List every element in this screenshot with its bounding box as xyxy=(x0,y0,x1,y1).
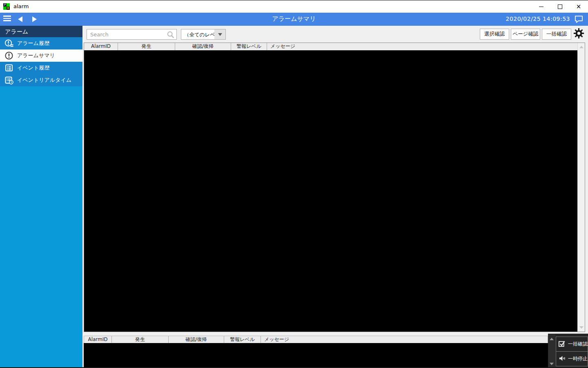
scroll-down-icon[interactable] xyxy=(579,326,584,329)
close-button[interactable]: × xyxy=(569,0,588,13)
chevron-down-icon xyxy=(218,33,222,36)
settings-button[interactable] xyxy=(572,28,585,40)
column-header-message[interactable]: メッセージ xyxy=(261,336,548,343)
chat-bubble-icon[interactable] xyxy=(575,15,583,25)
app-icon-quadrant xyxy=(7,3,10,7)
sidebar-item-label: イベントリアルタイム xyxy=(17,76,71,84)
maximize-icon xyxy=(558,4,562,9)
search-box xyxy=(87,29,177,40)
column-header-level[interactable]: 警報レベル xyxy=(231,43,267,50)
page-title: アラームサマリ xyxy=(0,15,588,23)
column-header-message[interactable]: メッセージ xyxy=(267,43,577,50)
title-bar: P B alarm × xyxy=(0,0,588,13)
column-header-occurred[interactable]: 発生 xyxy=(112,336,169,343)
pause-button[interactable]: 一時停止 xyxy=(556,351,588,366)
sidebar-item-label: アラーム履歴 xyxy=(17,40,49,47)
column-header-level[interactable]: 警報レベル xyxy=(224,336,261,343)
minimize-icon xyxy=(539,7,543,7)
column-header-ack-restore[interactable]: 確認/復帰 xyxy=(175,43,231,50)
speaker-icon xyxy=(558,355,566,364)
minimize-button[interactable] xyxy=(532,0,550,13)
confirm-all-button[interactable]: 一括確認 xyxy=(542,29,571,40)
magnifier-icon xyxy=(167,31,174,40)
table-header-row: AlarmID 発生 確認/復帰 警報レベル メッセージ xyxy=(84,43,577,50)
window-controls: × xyxy=(532,0,588,13)
scroll-up-icon[interactable] xyxy=(579,46,584,48)
confirm-selected-button[interactable]: 選択確認 xyxy=(480,29,509,40)
app-window: P B alarm × アラームサマリ 2020/02/25 14:09:53 … xyxy=(0,0,588,368)
column-header-alarmid[interactable]: AlarmID xyxy=(84,336,112,343)
sidebar: アラーム アラーム履歴 アラームサマリ xyxy=(0,26,82,367)
sidebar-item-alarm-summary[interactable]: アラームサマリ xyxy=(0,49,82,62)
alarm-summary-table: AlarmID 発生 確認/復帰 警報レベル メッセージ xyxy=(84,43,585,332)
level-filter-dropdown[interactable]: （全てのレベル） xyxy=(181,29,226,40)
event-realtime-icon xyxy=(4,76,14,85)
app-icon-quadrant xyxy=(3,7,7,10)
table-body-empty xyxy=(84,50,577,332)
realtime-alarm-table: AlarmID 発生 確認/復帰 警報レベル メッセージ xyxy=(84,336,548,367)
search-input[interactable] xyxy=(87,29,168,39)
window-title: alarm xyxy=(13,3,29,9)
column-header-ack-restore[interactable]: 確認/復帰 xyxy=(169,336,224,343)
sidebar-item-label: アラームサマリ xyxy=(17,52,55,59)
vertical-scrollbar-dark[interactable] xyxy=(548,334,555,368)
vertical-scrollbar[interactable] xyxy=(577,43,585,332)
app-icon: P B xyxy=(3,3,10,10)
app-icon-quadrant: B xyxy=(7,7,10,10)
sidebar-section-title: アラーム xyxy=(0,26,82,37)
sidebar-item-event-history[interactable]: イベント履歴 xyxy=(0,62,82,74)
scroll-down-icon[interactable] xyxy=(550,363,554,365)
close-icon: × xyxy=(576,4,581,10)
app-header: アラームサマリ 2020/02/25 14:09:53 xyxy=(0,13,588,26)
sidebar-item-alarm-history[interactable]: アラーム履歴 xyxy=(0,37,82,49)
table-header-row: AlarmID 発生 確認/復帰 警報レベル メッセージ xyxy=(84,336,548,343)
datetime-display: 2020/02/25 14:09:53 xyxy=(506,16,570,22)
sidebar-item-event-realtime[interactable]: イベントリアルタイム xyxy=(0,74,82,86)
confirm-page-button[interactable]: ページ確認 xyxy=(511,29,540,40)
table-body-empty xyxy=(84,343,548,368)
sidebar-item-label: イベント履歴 xyxy=(17,64,49,72)
gear-icon xyxy=(573,28,584,40)
column-header-alarmid[interactable]: AlarmID xyxy=(84,43,118,50)
checkbox-check-icon xyxy=(558,340,566,349)
ack-all-button[interactable]: 一括確認 xyxy=(556,337,588,352)
pause-label: 一時停止 xyxy=(568,355,588,362)
alarm-history-icon xyxy=(4,39,14,48)
event-history-icon xyxy=(4,63,14,72)
column-header-occurred[interactable]: 発生 xyxy=(118,43,175,50)
app-icon-quadrant: P xyxy=(3,3,7,7)
ack-all-label: 一括確認 xyxy=(568,341,588,348)
maximize-button[interactable] xyxy=(550,0,569,13)
realtime-controls-panel: 一括確認 一時停止 xyxy=(548,334,588,368)
scroll-up-icon[interactable] xyxy=(550,338,554,340)
alarm-summary-icon xyxy=(4,51,14,60)
dropdown-arrow-button[interactable] xyxy=(214,29,225,39)
